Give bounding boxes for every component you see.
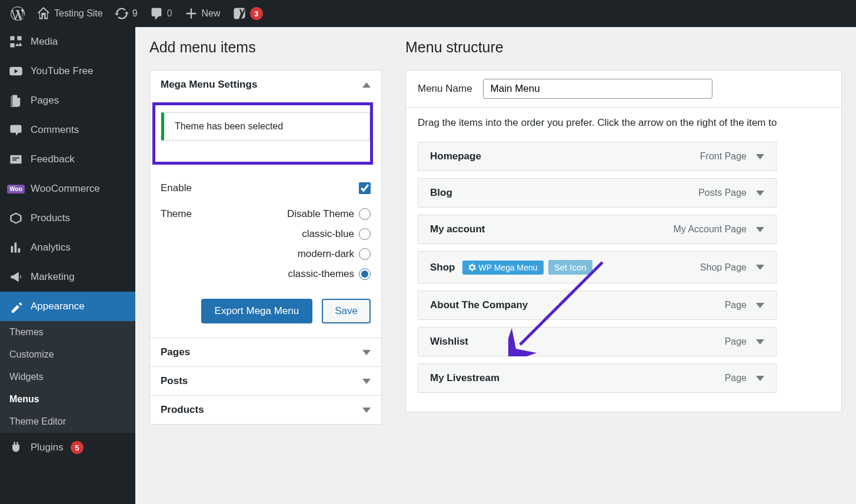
theme-option-modern-dark[interactable]: modern-dark (298, 248, 371, 260)
chevron-down-icon[interactable] (756, 339, 764, 345)
chevron-down-icon[interactable] (756, 154, 764, 159)
theme-label: Theme (161, 208, 192, 220)
menu-structure-panel: Menu Name Drag the items into the order … (405, 70, 842, 412)
menu-item-about[interactable]: About The Company Page (418, 291, 777, 320)
update-icon (115, 6, 129, 21)
chevron-down-icon[interactable] (756, 376, 764, 381)
theme-option-classic-themes[interactable]: classic-themes (288, 268, 371, 280)
svg-rect-1 (10, 155, 21, 163)
chevron-down-icon[interactable] (756, 303, 764, 308)
theme-radio-group: Disable Theme classic-blue modern-dark c… (287, 208, 371, 280)
sidebar-item-woocommerce[interactable]: Woo WooCommerce (0, 174, 135, 203)
sidebar-label: Analytics (31, 242, 71, 253)
comments-icon (8, 122, 24, 138)
feedback-icon (8, 152, 24, 167)
content-area: Add menu items Mega Menu Settings Theme … (135, 27, 856, 504)
menu-item-homepage[interactable]: Homepage Front Page (418, 142, 777, 171)
sidebar-item-analytics[interactable]: Analytics (0, 233, 135, 262)
products-accordion-label: Products (161, 404, 204, 416)
sidebar-item-plugins[interactable]: Plugins 5 (0, 433, 135, 462)
comment-icon (149, 6, 164, 21)
sidebar-label: Appearance (31, 301, 85, 312)
add-menu-items-column: Add menu items Mega Menu Settings Theme … (149, 39, 382, 425)
submenu-themes[interactable]: Themes (0, 321, 135, 343)
submenu-widgets[interactable]: Widgets (0, 366, 135, 388)
new-label: New (202, 8, 221, 19)
save-button[interactable]: Save (322, 299, 371, 323)
plugins-icon (8, 440, 24, 455)
sidebar-label: Comments (31, 124, 79, 136)
sidebar-item-media[interactable]: Media (0, 27, 135, 56)
plus-icon (184, 6, 198, 21)
gear-icon (468, 263, 476, 271)
yoast-icon (232, 6, 247, 21)
pages-icon (8, 93, 24, 108)
notice-highlight: Theme has been selected (152, 102, 373, 165)
sidebar-label: Plugins (31, 442, 64, 453)
submenu-theme-editor[interactable]: Theme Editor (0, 410, 135, 433)
site-name-text: Testing Site (54, 8, 103, 19)
sidebar-item-marketing[interactable]: Marketing (0, 262, 135, 292)
admin-bar: Testing Site 9 0 New 3 (0, 0, 856, 27)
add-items-title: Add menu items (149, 39, 382, 56)
appearance-submenu: Themes Customize Widgets Menus Theme Edi… (0, 321, 135, 433)
sidebar-item-youtube[interactable]: YouTube Free (0, 56, 135, 86)
comments-count: 0 (167, 8, 172, 19)
yoast-link[interactable]: 3 (227, 0, 269, 27)
products-accordion-header[interactable]: Products (150, 396, 381, 424)
export-mega-menu-button[interactable]: Export Mega Menu (201, 299, 313, 323)
menu-item-shop[interactable]: Shop WP Mega Menu Set Icon Shop Page (418, 251, 777, 283)
sidebar-item-pages[interactable]: Pages (0, 86, 135, 115)
updates-count: 9 (132, 8, 138, 19)
theme-option-disable[interactable]: Disable Theme (287, 208, 371, 220)
menu-structure-column: Menu structure Menu Name Drag the items … (405, 39, 842, 412)
pages-accordion: Pages (149, 338, 382, 367)
enable-checkbox[interactable] (359, 182, 371, 194)
submenu-menus[interactable]: Menus (0, 388, 135, 410)
sidebar-item-appearance[interactable]: Appearance (0, 292, 135, 321)
set-icon-badge[interactable]: Set Icon (548, 260, 592, 275)
chevron-down-icon[interactable] (756, 265, 764, 270)
comments-link[interactable]: 0 (144, 0, 178, 27)
pages-accordion-label: Pages (161, 346, 190, 358)
wordpress-icon (11, 6, 25, 21)
sidebar-label: Marketing (31, 271, 75, 283)
theme-option-classic-blue[interactable]: classic-blue (302, 228, 371, 240)
expand-icon (362, 379, 371, 384)
analytics-icon (8, 240, 24, 255)
woo-icon: Woo (8, 181, 24, 196)
site-name-link[interactable]: Testing Site (31, 0, 109, 27)
theme-selected-notice: Theme has been selected (161, 112, 370, 141)
expand-icon (362, 408, 371, 413)
menu-item-my-account[interactable]: My account My Account Page (418, 215, 777, 244)
submenu-customize[interactable]: Customize (0, 343, 135, 366)
sidebar-item-feedback[interactable]: Feedback (0, 145, 135, 174)
sidebar-label: Media (31, 36, 58, 48)
mega-menu-header-label: Mega Menu Settings (161, 79, 257, 91)
menu-items-list: Homepage Front Page Blog Posts Page My a… (406, 138, 841, 412)
posts-accordion-label: Posts (161, 375, 188, 387)
pages-accordion-header[interactable]: Pages (150, 338, 381, 366)
mega-menu-header[interactable]: Mega Menu Settings (150, 71, 381, 99)
enable-label: Enable (161, 182, 192, 194)
yoast-count-badge: 3 (250, 7, 263, 20)
sidebar-label: WooCommerce (31, 183, 100, 195)
menu-item-livestream[interactable]: My Livestream Page (418, 363, 777, 393)
menu-item-wishlist[interactable]: Wishlist Page (418, 327, 777, 356)
sidebar-item-comments[interactable]: Comments (0, 115, 135, 145)
chevron-down-icon[interactable] (756, 191, 764, 196)
wp-mega-menu-badge[interactable]: WP Mega Menu (462, 261, 544, 275)
chevron-down-icon[interactable] (756, 227, 764, 232)
new-content-link[interactable]: New (178, 0, 227, 27)
plugins-count-badge: 5 (71, 441, 84, 454)
sidebar-item-products[interactable]: Products (0, 203, 135, 233)
sidebar-label: YouTube Free (31, 65, 93, 77)
updates-link[interactable]: 9 (109, 0, 144, 27)
posts-accordion-header[interactable]: Posts (150, 367, 381, 395)
youtube-icon (8, 64, 24, 79)
menu-name-input[interactable] (483, 79, 712, 99)
sidebar-label: Pages (31, 95, 59, 106)
menu-item-blog[interactable]: Blog Posts Page (418, 178, 777, 208)
menu-name-label: Menu Name (418, 83, 472, 95)
wp-logo[interactable] (5, 0, 31, 27)
